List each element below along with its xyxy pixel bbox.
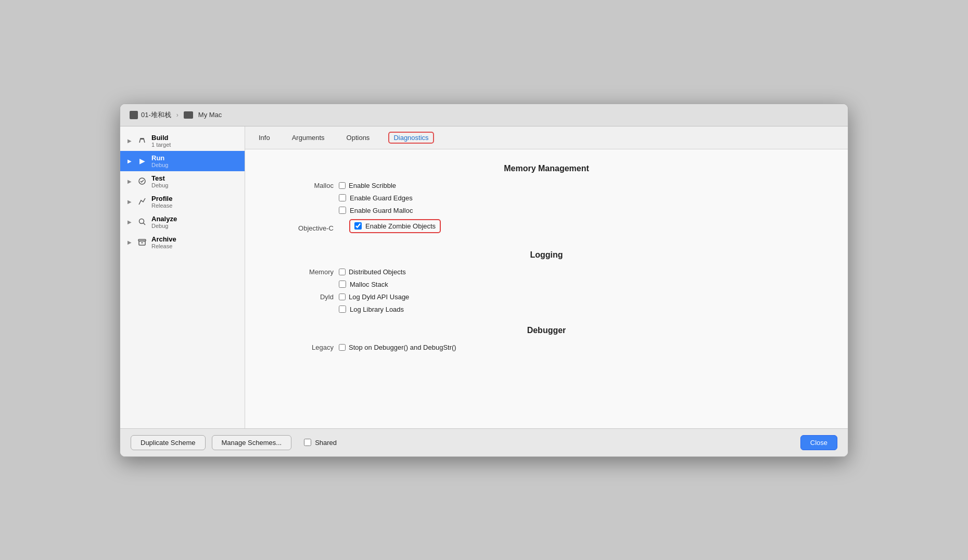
project-icon bbox=[130, 111, 138, 119]
enable-guard-edges-row: Enable Guard Edges bbox=[339, 194, 827, 202]
enable-guard-malloc-label[interactable]: Enable Guard Malloc bbox=[350, 207, 413, 214]
tab-options[interactable]: Options bbox=[343, 133, 373, 143]
build-title: Build bbox=[151, 134, 171, 142]
target-title: My Mac bbox=[198, 111, 222, 119]
sidebar: ▶ Build 1 target ▶ ▶ Run Debug ▶ bbox=[120, 126, 245, 428]
malloc-stack-label[interactable]: Malloc Stack bbox=[350, 281, 388, 288]
enable-scribble-label[interactable]: Enable Scribble bbox=[349, 182, 396, 189]
footer: Duplicate Scheme Manage Schemes... Share… bbox=[120, 428, 848, 456]
svg-point-2 bbox=[139, 219, 144, 224]
shared-checkbox[interactable] bbox=[304, 439, 311, 446]
panel-body: Memory Management Malloc Enable Scribble… bbox=[245, 149, 848, 428]
svg-rect-0 bbox=[141, 138, 144, 139]
tab-arguments[interactable]: Arguments bbox=[289, 133, 328, 143]
enable-zombie-checkbox[interactable] bbox=[354, 222, 362, 230]
logging-title: Logging bbox=[266, 250, 827, 260]
close-button[interactable]: Close bbox=[800, 435, 837, 450]
dyld-label: Dyld bbox=[266, 293, 334, 301]
build-text: Build 1 target bbox=[151, 134, 171, 148]
log-library-loads-row: Log Library Loads bbox=[339, 306, 827, 313]
build-icon bbox=[137, 135, 147, 146]
debugger-title: Debugger bbox=[266, 326, 827, 335]
titlebar: 01-堆和栈 › My Mac bbox=[120, 104, 848, 126]
log-library-loads-checkbox[interactable] bbox=[339, 306, 346, 313]
enable-scribble-checkbox[interactable] bbox=[339, 182, 346, 189]
content-panel: Info Arguments Options Diagnostics Memor… bbox=[245, 126, 848, 428]
tab-diagnostics[interactable]: Diagnostics bbox=[388, 132, 434, 144]
svg-line-3 bbox=[144, 223, 146, 225]
profile-text: Profile Release bbox=[151, 195, 172, 209]
malloc-stack-checkbox[interactable] bbox=[339, 281, 346, 288]
tab-info[interactable]: Info bbox=[256, 133, 273, 143]
chevron-icon: ▶ bbox=[128, 179, 132, 184]
log-library-loads-label[interactable]: Log Library Loads bbox=[350, 306, 404, 313]
enable-guard-malloc-row: Enable Guard Malloc bbox=[339, 207, 827, 214]
objective-c-label: Objective-C bbox=[266, 224, 334, 232]
duplicate-scheme-button[interactable]: Duplicate Scheme bbox=[131, 435, 206, 450]
sidebar-item-archive[interactable]: ▶ Archive Release bbox=[120, 232, 245, 252]
chevron-icon: ▶ bbox=[128, 219, 132, 225]
mac-icon bbox=[184, 111, 193, 119]
zombie-row: Enable Zombie Objects bbox=[349, 219, 441, 233]
build-subtitle: 1 target bbox=[151, 142, 171, 148]
svg-rect-5 bbox=[138, 239, 146, 241]
chevron-icon: ▶ bbox=[128, 199, 132, 205]
sidebar-item-analyze[interactable]: ▶ Analyze Debug bbox=[120, 212, 245, 232]
tab-bar: Info Arguments Options Diagnostics bbox=[245, 126, 848, 149]
shared-row: Shared bbox=[304, 439, 337, 447]
sidebar-item-test[interactable]: ▶ Test Debug bbox=[120, 171, 245, 192]
run-title: Run bbox=[151, 154, 168, 162]
chevron-icon: ▶ bbox=[128, 138, 132, 144]
analyze-text: Analyze Debug bbox=[151, 215, 177, 229]
test-subtitle: Debug bbox=[151, 182, 168, 188]
malloc-label: Malloc bbox=[266, 182, 334, 189]
enable-guard-edges-label[interactable]: Enable Guard Edges bbox=[350, 194, 413, 202]
breadcrumb-chevron: › bbox=[176, 111, 179, 119]
stop-on-debugger-label[interactable]: Stop on Debugger() and DebugStr() bbox=[349, 343, 456, 351]
main-content: ▶ Build 1 target ▶ ▶ Run Debug ▶ bbox=[120, 126, 848, 428]
test-title: Test bbox=[151, 174, 168, 182]
enable-guard-edges-checkbox[interactable] bbox=[339, 194, 346, 201]
chevron-icon: ▶ bbox=[128, 239, 132, 245]
memory-management-title: Memory Management bbox=[266, 164, 827, 173]
archive-subtitle: Release bbox=[151, 243, 176, 249]
malloc-stack-row: Malloc Stack bbox=[339, 281, 827, 288]
log-dyld-checkbox[interactable] bbox=[339, 294, 346, 300]
distributed-objects-label[interactable]: Distributed Objects bbox=[349, 268, 406, 276]
archive-text: Archive Release bbox=[151, 235, 176, 249]
main-window: 01-堆和栈 › My Mac ▶ Build 1 target ▶ ▶ bbox=[120, 104, 848, 457]
profile-title: Profile bbox=[151, 195, 172, 202]
analyze-subtitle: Debug bbox=[151, 223, 177, 229]
archive-icon bbox=[137, 237, 147, 247]
project-title: 01-堆和栈 bbox=[141, 110, 171, 120]
shared-label[interactable]: Shared bbox=[315, 439, 337, 447]
chevron-icon: ▶ bbox=[128, 158, 132, 164]
legacy-label: Legacy bbox=[266, 343, 334, 351]
analyze-icon bbox=[137, 217, 147, 227]
sidebar-item-run[interactable]: ▶ ▶ Run Debug bbox=[120, 151, 245, 171]
distributed-objects-checkbox[interactable] bbox=[339, 269, 346, 275]
enable-zombie-label[interactable]: Enable Zombie Objects bbox=[365, 222, 436, 230]
profile-subtitle: Release bbox=[151, 202, 172, 209]
profile-icon bbox=[137, 196, 147, 207]
sidebar-item-profile[interactable]: ▶ Profile Release bbox=[120, 192, 245, 212]
log-dyld-label[interactable]: Log Dyld API Usage bbox=[349, 293, 409, 301]
stop-on-debugger-checkbox[interactable] bbox=[339, 344, 346, 351]
enable-guard-malloc-checkbox[interactable] bbox=[339, 207, 346, 214]
run-subtitle: Debug bbox=[151, 162, 168, 168]
test-icon bbox=[137, 176, 147, 186]
run-icon: ▶ bbox=[137, 156, 147, 166]
archive-title: Archive bbox=[151, 235, 176, 243]
memory-label: Memory bbox=[266, 268, 334, 276]
analyze-title: Analyze bbox=[151, 215, 177, 223]
manage-schemes-button[interactable]: Manage Schemes... bbox=[212, 435, 292, 450]
run-text: Run Debug bbox=[151, 154, 168, 168]
sidebar-item-build[interactable]: ▶ Build 1 target bbox=[120, 131, 245, 151]
test-text: Test Debug bbox=[151, 174, 168, 188]
